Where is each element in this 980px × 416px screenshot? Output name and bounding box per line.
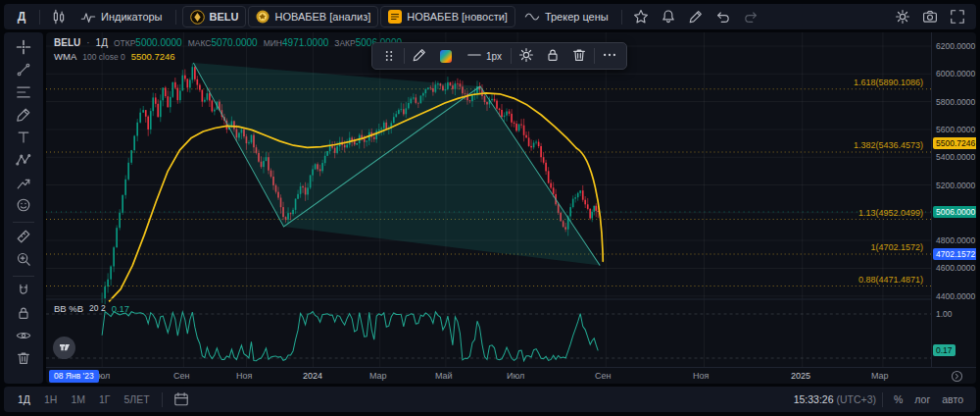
percent-scale-button[interactable]: %: [889, 389, 907, 410]
fib-level-label: 0.88(4471.4871): [858, 275, 923, 285]
selected-date-badge: 08 Янв '23: [49, 370, 99, 383]
time-axis[interactable]: 08 Янв '23 ИюлСенНоя2024МарМайИюлСенНоя2…: [46, 367, 976, 384]
tool-hide-all[interactable]: [10, 326, 37, 348]
tool-lock-all[interactable]: [10, 303, 37, 326]
tv-mark-icon: [59, 339, 71, 357]
clock[interactable]: 15:33:26 (UTC+3): [794, 393, 876, 405]
bell-icon: [661, 9, 676, 25]
indicators-label: Индикаторы: [101, 11, 163, 23]
symbol-label: BELU: [210, 11, 239, 23]
tool-text[interactable]: [10, 128, 37, 150]
timeframe-button[interactable]: 1Д: [12, 391, 36, 407]
edit-style-button[interactable]: [408, 45, 431, 67]
indicators-button[interactable]: Индикаторы: [74, 6, 170, 27]
news-button[interactable]: НОВАБЕВ [новости]: [380, 6, 515, 27]
hide-all-icon: [16, 328, 31, 347]
brush-icon: [16, 107, 31, 127]
redo-icon: [743, 9, 759, 25]
news-feed-icon: [388, 10, 402, 24]
color-picker-button[interactable]: [434, 45, 458, 67]
favorites-star-button[interactable]: [628, 6, 654, 27]
price-tick: 4600.0000: [936, 263, 975, 273]
legend-high: МАКС5070.0000: [188, 37, 258, 48]
chart-canvas[interactable]: BELU·1Д ОТКР5000.0000 МАКС5070.0000 МИН4…: [46, 32, 931, 367]
ohlc-legend: BELU·1Д ОТКР5000.0000 МАКС5070.0000 МИН4…: [54, 37, 402, 48]
fib-level-label: 1.13(4952.0499): [858, 208, 923, 218]
tool-fib-retracement[interactable]: [10, 82, 37, 105]
tool-emoji[interactable]: [10, 195, 37, 218]
timeframe-button[interactable]: 1Г: [93, 391, 117, 407]
tool-crosshair[interactable]: [10, 37, 37, 60]
gear-icon: [895, 9, 910, 25]
time-axis-label: Мар: [871, 371, 889, 381]
more-options-icon: [602, 47, 617, 66]
tool-forecast[interactable]: [10, 173, 37, 195]
tradingview-logo[interactable]: [53, 337, 75, 359]
time-axis-label: Сен: [595, 371, 611, 381]
price-tick: 5200.0000: [936, 181, 975, 190]
camera-icon: [922, 9, 938, 25]
pencil-icon: [412, 47, 427, 66]
tool-ruler[interactable]: [10, 227, 37, 249]
drawing-settings-button[interactable]: [514, 45, 538, 67]
time-axis-label: Ноя: [236, 371, 252, 381]
edit-button[interactable]: [683, 6, 709, 27]
log-scale-button[interactable]: лог: [909, 389, 935, 410]
price-axis[interactable]: 6200.00006000.00005800.00005600.00005400…: [931, 32, 976, 367]
timeframe-button[interactable]: 1М: [65, 391, 91, 407]
line-width-button[interactable]: 1px: [461, 45, 508, 67]
magnet-icon: [16, 283, 31, 302]
tool-xabcd-pattern[interactable]: [10, 150, 37, 173]
wma-params: 100 close 0: [82, 52, 124, 62]
forecast-icon: [16, 175, 31, 194]
chart-style-button[interactable]: [46, 6, 72, 27]
wave-icon: [524, 9, 540, 25]
go-to-date-button[interactable]: [169, 389, 194, 410]
tool-brush[interactable]: [10, 105, 37, 128]
tracker-label: Трекер цены: [545, 11, 609, 23]
price-tracker-button[interactable]: Трекер цены: [517, 6, 615, 27]
indicator-params: 20 2: [89, 303, 106, 314]
price-chart[interactable]: [46, 32, 931, 367]
zoom-in-icon: [16, 251, 31, 271]
user-menu-button[interactable]: Д: [10, 6, 33, 27]
delete-drawing-button[interactable]: [567, 45, 591, 67]
scroll-to-recent-icon[interactable]: [951, 370, 963, 384]
clock-timezone: (UTC+3): [836, 393, 876, 405]
redo-button[interactable]: [738, 6, 763, 27]
price-tick: 4800.0000: [936, 235, 975, 245]
time-axis-label: 2024: [303, 371, 322, 381]
timeframe-button[interactable]: 1Н: [38, 391, 63, 407]
price-tick: 5600.0000: [936, 125, 975, 134]
price-tick: 5800.0000: [936, 97, 975, 107]
lock-all-icon: [16, 305, 31, 325]
price-tick: 4400.0000: [936, 291, 975, 301]
fullscreen-button[interactable]: [945, 6, 970, 27]
analysis-label: НОВАБЕВ [анализ]: [274, 11, 370, 23]
fib-level-label: 1.618(5890.1086): [854, 78, 923, 87]
tool-zoom-in[interactable]: [10, 249, 37, 272]
indicators-icon: [80, 9, 96, 25]
more-options-button[interactable]: [598, 45, 621, 67]
drag-handle-icon[interactable]: [377, 45, 401, 67]
symbol-button[interactable]: BELU: [182, 6, 247, 27]
chart-panel: BELU·1Д ОТКР5000.0000 МАКС5070.0000 МИН4…: [46, 32, 976, 384]
lock-drawing-button[interactable]: [541, 45, 564, 67]
tool-trend-line[interactable]: [10, 60, 37, 82]
time-axis-label: Май: [435, 371, 453, 381]
timeframe-button[interactable]: 5ЛЕТ: [119, 391, 156, 407]
alerts-button[interactable]: [656, 6, 681, 27]
settings-button[interactable]: [890, 6, 915, 27]
indicator-name: BB %B: [54, 303, 83, 314]
auto-scale-button[interactable]: авто: [937, 389, 968, 410]
analysis-button[interactable]: НОВАБЕВ [анализ]: [248, 6, 378, 27]
color-swatch: [440, 50, 452, 63]
lock-icon: [545, 47, 561, 66]
pencil-icon: [688, 9, 704, 25]
screenshot-button[interactable]: [917, 6, 943, 27]
ruler-icon: [16, 229, 31, 248]
tool-remove-all[interactable]: [10, 348, 37, 371]
tool-magnet[interactable]: [10, 281, 37, 303]
candles-icon: [51, 9, 67, 25]
undo-button[interactable]: [710, 6, 736, 27]
